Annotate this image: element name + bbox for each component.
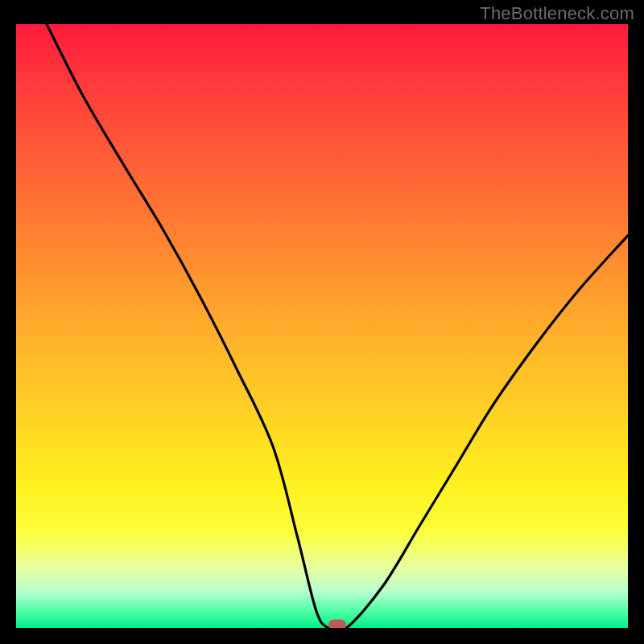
chart-frame: TheBottleneck.com (0, 0, 644, 644)
curve-layer (16, 24, 628, 628)
bottleneck-curve-path (47, 24, 628, 628)
plot-area (16, 24, 628, 628)
watermark-text: TheBottleneck.com (480, 3, 634, 24)
optimal-marker (328, 620, 346, 629)
